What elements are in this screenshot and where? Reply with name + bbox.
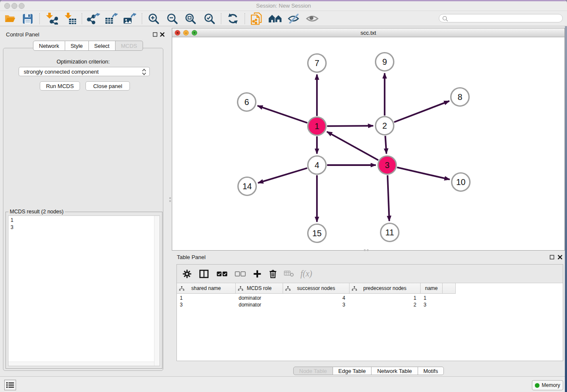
tab-edge-table[interactable]: Edge Table [333, 367, 372, 375]
close-table-panel-icon[interactable] [558, 255, 562, 259]
show-graphics-icon[interactable] [306, 12, 319, 25]
graph-edge-3-1[interactable] [327, 132, 378, 160]
float-panel-icon[interactable] [153, 32, 157, 37]
export-image-icon[interactable] [122, 12, 137, 25]
graph-edge-1-6[interactable] [258, 106, 308, 123]
cell-0-3[interactable]: 1 [350, 295, 421, 301]
application-window: Session: New Session [0, 0, 567, 392]
graph-node-label-2: 2 [382, 121, 387, 130]
graph-node-label-6: 6 [244, 97, 249, 107]
result-scrollbar[interactable] [154, 216, 160, 366]
tab-select[interactable]: Select [89, 41, 116, 51]
function-builder-icon[interactable]: f(x) [300, 269, 312, 279]
result-line: 3 [11, 224, 14, 230]
column-header-predecessor-nodes[interactable]: predecessor nodes [350, 283, 421, 293]
column-header-shared-name[interactable]: shared name [177, 283, 236, 293]
result-scrollbar-h[interactable] [8, 362, 154, 366]
add-column-icon[interactable] [253, 270, 261, 278]
tab-style[interactable]: Style [65, 41, 89, 51]
select-stepper-icon [142, 69, 146, 75]
column-type-icon [352, 286, 357, 291]
tab-mcds[interactable]: MCDS [116, 41, 143, 51]
home-networks-icon[interactable] [267, 12, 283, 25]
mcds-result-list[interactable]: 1 3 [8, 215, 160, 366]
table-header-filler [456, 283, 563, 294]
window-top-accent [0, 0, 567, 1]
splitter-vertical-grip[interactable] [169, 197, 171, 204]
float-table-panel-icon[interactable] [550, 255, 554, 259]
cell-0-1[interactable]: dominator [236, 295, 283, 301]
splitter-horizontal-grip[interactable] [364, 249, 372, 251]
cell-1-0[interactable]: 3 [177, 301, 236, 308]
table-tabs: Node Table Edge Table Network Table Moti… [293, 367, 444, 375]
criterion-select[interactable]: strongly connected component [19, 67, 150, 76]
graph-node-label-9: 9 [382, 57, 387, 66]
network-title: scc.txt [172, 30, 564, 36]
column-header-MCDS-role[interactable]: MCDS role [236, 283, 283, 293]
optimization-criterion-label: Optimization criterion: [0, 58, 166, 65]
delete-table-icon[interactable] [284, 271, 294, 277]
delete-column-icon[interactable] [269, 269, 277, 278]
column-selector-icon[interactable] [199, 270, 209, 278]
save-session-icon[interactable] [21, 12, 34, 25]
tab-network-table[interactable]: Network Table [372, 367, 418, 375]
graph-edge-2-8[interactable] [394, 101, 449, 122]
close-panel-icon[interactable] [160, 32, 165, 37]
zoom-in-icon[interactable] [147, 12, 160, 25]
column-type-icon [238, 286, 243, 291]
status-bar: Memory [0, 376, 567, 392]
cell-1-3[interactable]: 2 [350, 301, 421, 308]
cell-1-1[interactable]: dominator [236, 301, 283, 308]
toolbar-separator [142, 13, 142, 24]
select-all-icon[interactable] [217, 271, 228, 276]
tab-network[interactable]: Network [33, 41, 65, 51]
toolbar-separator [39, 13, 40, 24]
zoom-out-icon[interactable] [165, 12, 179, 25]
export-network-icon[interactable] [86, 12, 101, 25]
run-mcds-button[interactable]: Run MCDS [40, 81, 80, 91]
table-row-1[interactable]: 3dominator323 [177, 301, 563, 308]
table-settings-icon[interactable] [183, 270, 191, 278]
graph-edge-3-10[interactable] [397, 167, 449, 179]
graph-edge-2-3[interactable] [385, 136, 387, 154]
column-header-blank [443, 283, 456, 293]
tab-node-table[interactable]: Node Table [293, 367, 333, 375]
graph-edge-4-14[interactable] [258, 168, 307, 183]
toolbar-separator [82, 13, 82, 24]
import-network-icon[interactable] [44, 12, 59, 25]
task-history-button[interactable] [4, 380, 16, 390]
table-row-0[interactable]: 1dominator411 [177, 295, 563, 301]
window-titlebar: Session: New Session [0, 0, 567, 11]
graph-node-label-10: 10 [456, 177, 465, 187]
search-input[interactable] [439, 14, 563, 22]
cell-0-0[interactable]: 1 [177, 295, 236, 301]
network-graph-canvas[interactable]: 1234678910111415 [172, 37, 564, 250]
deselect-all-icon[interactable] [235, 271, 246, 276]
cell-0-2[interactable]: 4 [283, 295, 350, 301]
zoom-selected-icon[interactable] [203, 12, 216, 25]
column-header-name[interactable]: name [421, 283, 443, 293]
zoom-fit-icon[interactable] [184, 12, 197, 25]
cell-1-4[interactable]: 3 [421, 301, 443, 308]
import-table-icon[interactable] [63, 12, 77, 25]
graph-node-label-7: 7 [314, 58, 319, 68]
open-file-icon[interactable] [3, 12, 16, 25]
graph-node-label-8: 8 [457, 92, 462, 102]
cell-1-2[interactable]: 3 [283, 301, 350, 308]
graph-edge-1-2[interactable] [327, 126, 373, 126]
cell-0-4[interactable]: 1 [421, 295, 443, 301]
memory-button[interactable]: Memory [532, 380, 563, 390]
close-panel-button[interactable]: Close panel [85, 81, 130, 91]
export-table-icon[interactable] [104, 12, 119, 25]
tab-motifs[interactable]: Motifs [418, 367, 444, 375]
graph-node-label-11: 11 [385, 228, 394, 237]
column-type-icon [179, 286, 184, 291]
table-panel: Table Panel [172, 251, 565, 376]
network-file-share-icon[interactable] [250, 12, 263, 25]
hide-graphics-icon[interactable] [287, 12, 300, 25]
refresh-icon[interactable] [226, 12, 239, 25]
column-header-successor-nodes[interactable]: successor nodes [283, 283, 350, 293]
graph-node-label-1: 1 [314, 121, 319, 131]
graph-edge-3-11[interactable] [388, 175, 389, 221]
toolbar-separator [245, 13, 245, 24]
